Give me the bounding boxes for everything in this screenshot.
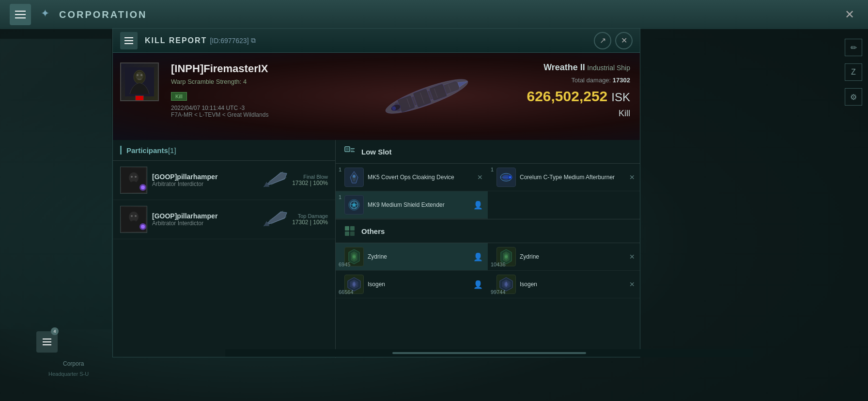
kill-header: [INPH]FiremasterIX Warp Scramble Strengt… (113, 53, 640, 140)
participant-stats-1: Final Blow 17302 | 100% (292, 174, 328, 186)
others-qty-3: 99744 (491, 289, 506, 295)
corporation-title: CORPORATION (59, 9, 147, 20)
others-person-icon-0: 👤 (473, 252, 483, 262)
eq-qty-2: 1 (339, 194, 341, 200)
equipment-item-1: 1 Corelum C-Type Medium Afterburner ✕ (488, 164, 640, 191)
participant-stat-values-2: 17302 | 100% (292, 219, 328, 226)
participant-row-2: [GOOP]pillarhamper Arbitrator Interdicto… (113, 200, 335, 239)
eq-close-0[interactable]: ✕ (477, 173, 483, 181)
participant-ship-1: Arbitrator Interdictor (152, 181, 253, 187)
others-name-3: Isogen (520, 281, 629, 288)
corp-notification-badge: 4 (51, 327, 59, 335)
low-slot-header: Low Slot (336, 140, 640, 164)
others-close-3[interactable]: ✕ (629, 280, 635, 288)
eq-close-1[interactable]: ✕ (629, 173, 635, 181)
bottom-scrollbar[interactable] (225, 349, 753, 357)
ship-svg (364, 62, 490, 130)
eq-person-icon-2: 👤 (473, 200, 483, 210)
close-icon: ✕ (621, 36, 627, 45)
total-damage-value: 17302 (613, 77, 630, 84)
svg-rect-43 (345, 226, 349, 231)
participant-info-2: [GOOP]pillarhamper Arbitrator Interdicto… (147, 212, 258, 227)
svg-point-26 (135, 215, 137, 217)
scroll-indicator (392, 352, 586, 354)
copy-icon[interactable]: ⧉ (251, 36, 256, 45)
gear-icon: ⚙ (850, 93, 857, 102)
svg-rect-30 (346, 148, 349, 151)
avatar-svg (125, 67, 154, 96)
left-bottom-area: 4 (36, 331, 58, 353)
kill-label: Kill (527, 108, 630, 119)
participant-stats-2: Top Damage 17302 | 100% (292, 213, 328, 226)
participant-name-1: [GOOP]pillarhamper (152, 173, 253, 181)
others-item-1: 10436 Zydrine ✕ (488, 243, 640, 271)
isk-value: 626,502,252 (527, 88, 607, 105)
participants-header: Participants [1] (113, 140, 335, 161)
hamburger-menu-button[interactable] (10, 4, 31, 25)
svg-point-34 (353, 175, 356, 178)
participant-stat-label-1: Final Blow (292, 174, 328, 180)
svg-point-50 (353, 255, 356, 258)
others-name-2: Isogen (368, 281, 473, 288)
bg-ship-decoration (0, 39, 111, 329)
equipment-item-0: 1 MK5 Covert Ops Cloaking Device ✕ (336, 164, 488, 191)
eq-name-0: MK5 Covert Ops Cloaking Device (368, 174, 475, 181)
participant-alliance-badge-1 (140, 184, 146, 191)
participants-panel: Participants [1] (113, 140, 336, 358)
others-grid: 6945 Zydrine 👤 10436 (336, 243, 640, 298)
svg-rect-45 (345, 231, 349, 236)
low-slot-icon (343, 145, 356, 158)
hq-label: Headquarter S-U (48, 371, 89, 377)
edit-button[interactable]: ✏ (845, 39, 862, 56)
z-button[interactable]: Z (845, 63, 862, 81)
top-close-button[interactable]: ✕ (841, 6, 858, 23)
svg-rect-46 (350, 231, 355, 236)
z-icon: Z (851, 68, 856, 77)
participant-name-2: [GOOP]pillarhamper (152, 212, 253, 220)
eq-icon-1 (496, 168, 516, 187)
others-item-2: 66564 Isogen 👤 (336, 271, 488, 298)
settings-button-right[interactable]: ⚙ (845, 88, 862, 106)
svg-point-25 (131, 215, 133, 217)
right-panel: ✏ Z ⚙ (839, 29, 868, 368)
equipment-panel: Low Slot 1 MK5 Covert Ops Cloaking Devic… (336, 140, 640, 358)
victim-avatar (120, 62, 159, 101)
left-corp-menu-button[interactable]: 4 (36, 331, 58, 353)
kill-report-panel: KILL REPORT [ID:6977623] ⧉ ↗ ✕ (112, 28, 640, 357)
others-name-0: Zydrine (368, 253, 473, 260)
export-button[interactable]: ↗ (594, 32, 611, 49)
victim-avatar-image (121, 63, 158, 100)
participant-avatar-2 (120, 206, 147, 233)
others-icon (343, 224, 356, 238)
participants-count: [1] (168, 146, 176, 154)
participant-avatar-1 (120, 167, 147, 194)
participant-row: [GOOP]pillarhamper Arbitrator Interdicto… (113, 161, 335, 200)
low-slot-title: Low Slot (361, 148, 392, 156)
participant-info-1: [GOOP]pillarhamper Arbitrator Interdicto… (147, 173, 258, 187)
eq-icon-0 (344, 168, 364, 187)
others-qty-1: 10436 (491, 262, 506, 267)
top-bar: ✦ CORPORATION ✕ (0, 0, 868, 29)
panel-close-button[interactable]: ✕ (615, 32, 633, 49)
others-item-3: 99744 Isogen ✕ (488, 271, 640, 298)
corp-label: Corpora (63, 360, 84, 367)
participant-ship-img-2 (258, 207, 292, 231)
participant-alliance-badge-2 (140, 223, 146, 230)
eq-name-2: MK9 Medium Shield Extender (368, 201, 471, 208)
participant-stat-label-2: Top Damage (292, 213, 328, 219)
accent-bar (120, 146, 122, 154)
svg-point-54 (505, 255, 508, 258)
ship-graphic (359, 58, 495, 135)
eq-qty-0: 1 (339, 167, 341, 172)
victim-flag (135, 95, 144, 101)
edit-icon: ✏ (851, 43, 857, 52)
others-close-1[interactable]: ✕ (629, 253, 635, 261)
isk-label: ISK (611, 91, 630, 104)
total-damage-label: Total damage: 17302 (527, 77, 630, 84)
participant-ship-2: Arbitrator Interdictor (152, 220, 253, 227)
participants-title: Participants (126, 146, 168, 154)
panel-actions: ↗ ✕ (594, 32, 633, 49)
panel-menu-button[interactable] (120, 32, 138, 49)
participant-ship-img-1 (258, 168, 292, 192)
export-icon: ↗ (600, 36, 606, 45)
